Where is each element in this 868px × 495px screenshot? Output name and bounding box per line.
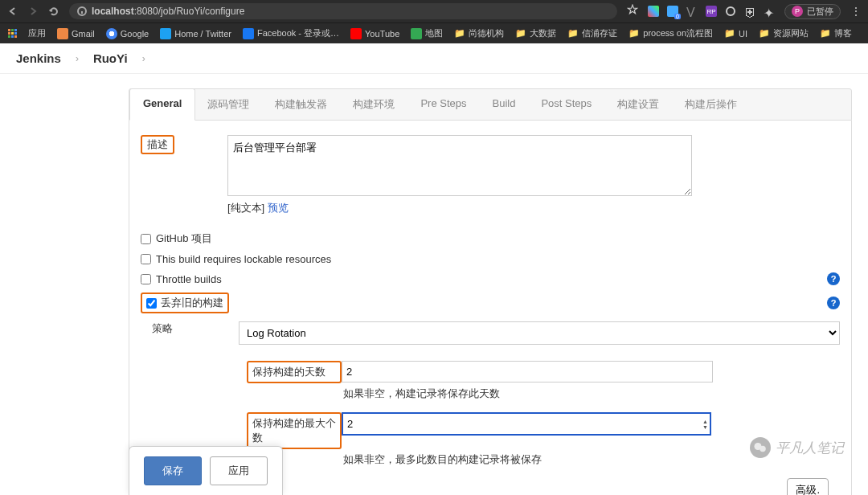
- nav-icons: [6, 6, 59, 17]
- bookmark-item[interactable]: Google: [106, 28, 149, 39]
- pause-label: 已暂停: [807, 6, 833, 18]
- ext-icon-circle[interactable]: [725, 6, 736, 17]
- throttle-checkbox[interactable]: [141, 274, 151, 284]
- menu-dots-icon[interactable]: ⋮: [850, 5, 862, 18]
- advanced-button[interactable]: 高级.: [787, 478, 829, 495]
- days-input[interactable]: [342, 361, 713, 382]
- forward-icon[interactable]: [27, 6, 39, 17]
- general-panel: 描述 后台管理平台部署 [纯文本] 预览 GitHub 项目 This buil…: [129, 121, 852, 495]
- preview-link[interactable]: 预览: [268, 202, 289, 214]
- bookmark-item[interactable]: Facebook - 登录或…: [243, 27, 339, 39]
- discard-label: 丢弃旧的构建: [161, 296, 223, 310]
- info-icon: [77, 6, 87, 16]
- days-label: 保持构建的天数: [247, 361, 342, 383]
- browser-toolbar: localhost:8080/job/RuoYi/configure 0 V R…: [0, 0, 868, 22]
- ext-icon-puzzle[interactable]: ✦: [764, 6, 775, 17]
- bookmark-item[interactable]: 应用: [28, 27, 46, 39]
- plain-text-label: [纯文本]: [227, 202, 264, 214]
- max-label: 保持构建的最大个数: [247, 412, 342, 449]
- apply-button[interactable]: 应用: [210, 456, 268, 485]
- svg-point-3: [760, 446, 766, 452]
- bookmark-item[interactable]: 📁UI: [724, 28, 747, 39]
- bookmark-star-icon[interactable]: [627, 4, 638, 18]
- bookmark-item[interactable]: 📁大数据: [515, 27, 556, 39]
- tab-build[interactable]: Build: [480, 89, 529, 120]
- svg-point-1: [727, 7, 735, 15]
- description-input[interactable]: 后台管理平台部署: [227, 135, 692, 196]
- profile-badge[interactable]: P 已暂停: [784, 4, 841, 19]
- url-host: localhost: [92, 6, 134, 17]
- tab-settings[interactable]: 构建设置: [604, 89, 672, 120]
- discard-checkbox[interactable]: [146, 298, 157, 309]
- bookmark-item[interactable]: 📁尚德机构: [454, 27, 504, 39]
- bookmark-item[interactable]: 📁资源网站: [759, 27, 809, 39]
- spinner-buttons[interactable]: ▲▼: [702, 419, 708, 430]
- tab-pre[interactable]: Pre Steps: [407, 89, 479, 120]
- bookmark-item[interactable]: 📁信浦存证: [567, 27, 617, 39]
- help-icon[interactable]: ?: [827, 272, 840, 285]
- bookmark-item[interactable]: Home / Twitter: [160, 28, 231, 39]
- breadcrumb-root[interactable]: Jenkins: [16, 51, 61, 65]
- description-label: 描述: [141, 135, 174, 154]
- tab-postbuild[interactable]: 构建后操作: [672, 89, 750, 120]
- help-icon[interactable]: ?: [827, 297, 840, 309]
- github-checkbox[interactable]: [141, 234, 151, 244]
- tab-scm[interactable]: 源码管理: [194, 89, 262, 120]
- bookmark-item[interactable]: 📁process on流程图: [628, 27, 713, 39]
- max-input[interactable]: [342, 412, 711, 436]
- lockable-label: This build requires lockable resources: [156, 253, 331, 265]
- save-bar: 保存 应用: [129, 446, 283, 495]
- throttle-label: Throttle builds: [156, 273, 222, 285]
- url-path: :8080/job/RuoYi/configure: [134, 6, 245, 17]
- bookmark-item[interactable]: YouTube: [350, 28, 399, 39]
- extension-icons: 0 V RP ⛨ ✦: [648, 6, 775, 17]
- breadcrumb: Jenkins › RuoYi ›: [0, 43, 868, 74]
- lockable-checkbox[interactable]: [141, 254, 151, 264]
- url-bar[interactable]: localhost:8080/job/RuoYi/configure: [69, 3, 617, 19]
- ext-icon-shield[interactable]: ⛨: [744, 6, 755, 17]
- ext-icon-react[interactable]: 0: [667, 6, 678, 17]
- tab-env[interactable]: 构建环境: [340, 89, 407, 120]
- avatar: P: [792, 6, 803, 17]
- tab-general[interactable]: General: [129, 88, 195, 121]
- strategy-select[interactable]: Log Rotation: [239, 321, 840, 345]
- tab-post[interactable]: Post Steps: [528, 89, 604, 120]
- tab-triggers[interactable]: 构建触发器: [262, 89, 340, 120]
- bookmarks-bar: 应用 Gmail Google Home / Twitter Facebook …: [0, 22, 868, 43]
- breadcrumb-job[interactable]: RuoYi: [93, 51, 128, 65]
- ext-icon-1[interactable]: [648, 6, 659, 17]
- github-label: GitHub 项目: [156, 231, 212, 246]
- strategy-label: 策略: [152, 321, 239, 336]
- wechat-icon: [750, 437, 771, 458]
- days-help: 如果非空，构建记录将保存此天数: [343, 387, 840, 401]
- ext-icon-rp[interactable]: RP: [706, 6, 717, 17]
- back-icon[interactable]: [6, 6, 18, 17]
- config-tabs: General 源码管理 构建触发器 构建环境 Pre Steps Build …: [129, 88, 852, 121]
- bookmark-item[interactable]: 地图: [411, 27, 443, 39]
- reload-icon[interactable]: [48, 6, 59, 17]
- ext-icon-v[interactable]: V: [686, 6, 698, 17]
- watermark: 平凡人笔记: [750, 437, 844, 458]
- bookmark-item[interactable]: Gmail: [57, 28, 95, 39]
- watermark-text: 平凡人笔记: [776, 439, 844, 457]
- save-button[interactable]: 保存: [144, 456, 202, 485]
- chevron-right-icon: ›: [142, 53, 145, 64]
- bookmark-item[interactable]: 📁博客: [820, 27, 852, 39]
- chevron-right-icon: ›: [76, 53, 79, 64]
- apps-icon[interactable]: [8, 29, 17, 38]
